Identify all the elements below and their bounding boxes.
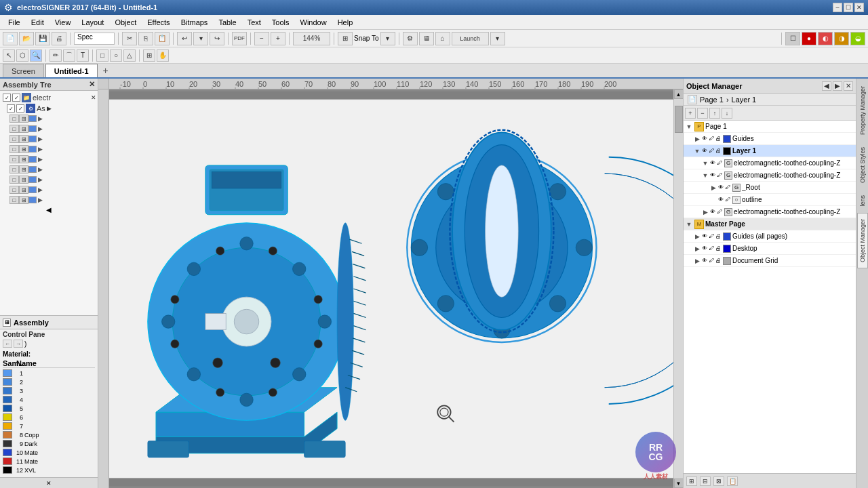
undo-dropdown[interactable]: ▾ [193, 32, 208, 45]
save-button[interactable]: 💾 [35, 32, 50, 45]
expand-em3[interactable]: ▶ [701, 208, 709, 216]
canvas-inner[interactable]: ▲ ▼ RRCG 人人素材 [98, 89, 683, 488]
menu-object[interactable]: Object [109, 17, 142, 28]
sub-toggle-6[interactable]: ⊞ [19, 165, 28, 174]
sub-toggle-4[interactable]: ⊞ [19, 145, 28, 153]
vis-docgrid[interactable]: 👁 [702, 258, 707, 264]
bezier-tool[interactable]: ⌒ [63, 49, 75, 62]
zoom-tool[interactable]: 🔍 [30, 49, 42, 62]
print-guides[interactable]: 🖨 [715, 136, 721, 142]
sub-toggle-8[interactable]: ⊞ [19, 186, 28, 194]
obj-nav-right[interactable]: ▶ [833, 81, 842, 91]
obj-node-em3[interactable]: ▶ 👁 🖊 G electromagnetic-toothed-coupling… [684, 206, 856, 218]
expand-as1[interactable]: ▶ [47, 105, 52, 112]
zoom-level-dropdown[interactable]: 144% [293, 32, 330, 45]
sub-expand-6[interactable]: □ [9, 165, 19, 174]
obj-node-em1[interactable]: ▼ 👁 🖊 G electromagnetic-toothed-coupling… [684, 157, 856, 169]
sub-toggle-7[interactable]: ⊞ [19, 176, 28, 184]
mat-row-1[interactable]: 1 [3, 369, 95, 378]
obj-footer-btn2[interactable]: ⊟ [700, 476, 711, 486]
expand-guides[interactable]: ▶ [693, 135, 701, 143]
sub-expand-4[interactable]: □ [9, 145, 19, 153]
sub-expand-5[interactable]: □ [9, 155, 19, 163]
view-rect[interactable]: ☐ [785, 32, 800, 45]
launch-dropdown[interactable]: Launch [452, 32, 489, 45]
obj-nav-left[interactable]: ◀ [822, 81, 831, 91]
menu-table[interactable]: Table [213, 17, 241, 28]
tree-check2[interactable]: ✓ [12, 94, 20, 102]
menu-window[interactable]: Window [295, 17, 332, 28]
obj-move-down[interactable]: ↓ [722, 108, 732, 119]
minimize-button[interactable]: – [833, 3, 842, 12]
view-mode1[interactable]: ● [802, 32, 816, 45]
obj-node-guides[interactable]: ▶ 👁 🖊 🖨 Guides [684, 133, 856, 145]
print-desktop[interactable]: 🖨 [715, 245, 721, 251]
sub-toggle-9[interactable]: ⊞ [19, 196, 28, 204]
lock-outline[interactable]: 🖊 [725, 197, 730, 203]
print-guidesall[interactable]: 🖨 [715, 233, 721, 239]
vis-em3[interactable]: 👁 [710, 209, 715, 215]
select-tool[interactable]: ↖ [3, 49, 15, 62]
scroll-track[interactable] [674, 99, 684, 479]
restore-button[interactable]: ☐ [844, 3, 853, 12]
sub-toggle-5[interactable]: ⊞ [19, 155, 28, 163]
expand-outline[interactable] [709, 196, 717, 204]
sub-expand-2[interactable]: □ [9, 125, 19, 133]
menu-layout[interactable]: Layout [76, 17, 109, 28]
expand-em1[interactable]: ▼ [701, 159, 709, 167]
side-tab-property[interactable]: Property Manager [857, 80, 868, 141]
tree-item-root[interactable]: ✓ ✓ 📁 electr ✕ [1, 92, 96, 103]
expand-docgrid[interactable]: ▶ [693, 257, 701, 265]
redo-button[interactable]: ↪ [210, 32, 224, 45]
obj-node-guidesall[interactable]: ▶ 👁 🖊 🖨 Guides (all pages) [684, 230, 856, 243]
menu-file[interactable]: File [3, 17, 26, 28]
tab-screen[interactable]: Screen [3, 64, 44, 77]
undo-button[interactable]: ↩ [177, 32, 192, 45]
obj-node-root2[interactable]: ▶ 👁 🖊 G _Root [684, 182, 856, 194]
view-mode3[interactable]: ◑ [834, 32, 849, 45]
hand-tool[interactable]: ✋ [157, 49, 169, 62]
paste-button[interactable]: 📋 [155, 32, 170, 45]
mat-row-12[interactable]: 12 XVL [3, 466, 95, 474]
settings-button[interactable]: ⚙ [403, 32, 418, 45]
vis-guidesall[interactable]: 👁 [702, 233, 707, 239]
lock-em1[interactable]: 🖊 [717, 160, 722, 166]
sub-expand-8[interactable]: □ [9, 186, 19, 194]
obj-node-layer1[interactable]: ▼ 👁 🖊 🖨 Layer 1 [684, 145, 856, 157]
vis-guides[interactable]: 👁 [702, 136, 707, 142]
mat-row-7[interactable]: 7 [3, 422, 95, 430]
obj-add-layer[interactable]: + [685, 108, 696, 119]
vis-em2[interactable]: 👁 [710, 172, 715, 178]
obj-del-layer[interactable]: − [697, 108, 708, 119]
close-button[interactable]: ✕ [854, 3, 864, 12]
lock-guidesall[interactable]: 🖊 [709, 233, 714, 239]
tree-check-as1[interactable]: ✓ [7, 104, 15, 113]
tree-area[interactable]: ✓ ✓ 📁 electr ✕ ✓ ✓ ⚙ As ▶ □ ⊞ [0, 91, 98, 315]
obj-node-page1[interactable]: ▼ P Page 1 [684, 121, 856, 133]
sub-expand-9[interactable]: □ [9, 196, 19, 204]
lock-layer1[interactable]: 🖊 [709, 148, 714, 154]
breadcrumb-icon[interactable]: 📄 [688, 95, 697, 104]
left-panel-close[interactable]: ✕ [0, 477, 98, 488]
menu-text[interactable]: Text [242, 17, 267, 28]
sub-expand-3[interactable]: □ [9, 135, 19, 143]
lock-em2[interactable]: 🖊 [717, 172, 722, 178]
lock-docgrid[interactable]: 🖊 [709, 258, 714, 264]
mat-row-5[interactable]: 5 [3, 404, 95, 413]
lock-root2[interactable]: 🖊 [725, 184, 730, 190]
text-tool[interactable]: T [77, 49, 89, 62]
lock-guides[interactable]: 🖊 [709, 136, 714, 142]
expand-em2[interactable]: ▼ [701, 171, 709, 180]
mat-row-3[interactable]: 3 [3, 386, 95, 395]
obj-footer-btn3[interactable]: ⊠ [713, 476, 724, 486]
obj-node-docgrid[interactable]: ▶ 👁 🖊 🖨 Document Grid [684, 255, 856, 267]
menu-help[interactable]: Help [332, 17, 359, 28]
copy-button[interactable]: ⎘ [138, 32, 153, 45]
ctrl-btn1[interactable]: ← [3, 340, 12, 348]
sub-toggle-3[interactable]: ⊞ [19, 135, 28, 143]
menu-view[interactable]: View [50, 17, 77, 28]
mat-row-9[interactable]: 9 Dark [3, 439, 95, 448]
spec-input[interactable]: Spec [74, 33, 115, 45]
shape-tool[interactable]: ⬡ [16, 49, 28, 62]
expand-masterpage[interactable]: ▼ [685, 220, 693, 228]
